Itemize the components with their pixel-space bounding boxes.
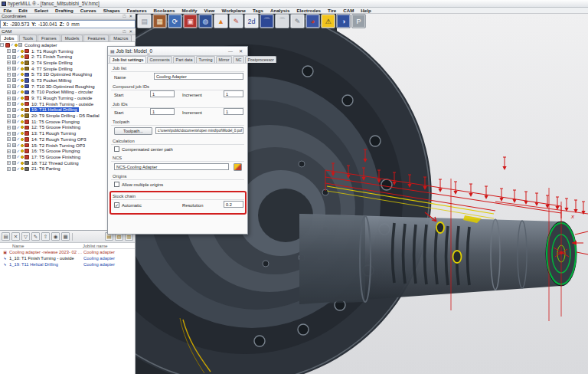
expand-icon[interactable]: + (7, 49, 11, 53)
sketch-2d-icon[interactable]: 2d (244, 14, 259, 28)
filter-icon[interactable]: ▽ (21, 232, 30, 241)
expand-icon[interactable]: + (7, 149, 11, 153)
new-document-icon[interactable]: ▤ (137, 14, 152, 28)
warning-icon[interactable]: ⚠ (321, 14, 335, 28)
job-label[interactable]: 8: T10 Pocket Milling - circular (30, 90, 94, 94)
visibility-bulb-icon[interactable] (21, 73, 24, 76)
close-icon[interactable]: ✕ (237, 48, 245, 54)
visibility-bulb-icon[interactable] (21, 108, 24, 111)
collapse-icon[interactable]: − (0, 43, 4, 47)
blue-arc-icon[interactable]: ⌒ (260, 14, 274, 28)
visibility-bulb-icon[interactable] (21, 90, 24, 94)
expand-icon[interactable]: + (7, 61, 11, 64)
automatic-checkbox[interactable]: ✓ (114, 202, 119, 208)
dialog-tab[interactable]: Turning (196, 56, 215, 63)
expand-icon[interactable]: + (7, 55, 11, 59)
job-label[interactable]: 17: T5 Groove Finishing (30, 155, 82, 159)
menu-item[interactable]: CAM (340, 8, 358, 13)
menu-item[interactable]: Electrodes (293, 8, 325, 13)
job-label[interactable]: 2: T1 Finish Turning (30, 54, 74, 59)
compensated-center-path-checkbox[interactable] (114, 146, 119, 152)
job-label[interactable]: 4: T7 Simple Drilling (30, 67, 74, 71)
edit-entry-icon[interactable]: ✎ (31, 232, 40, 241)
pin-icon[interactable]: ⏍ (121, 29, 127, 34)
cam-tab[interactable]: Models (61, 34, 83, 41)
job-label[interactable]: 14: T2 Rough Turning OP3 (30, 137, 88, 142)
job-label[interactable]: 20: T9 Simple Drilling - D5 Radial (30, 113, 101, 118)
visibility-bulb-icon[interactable] (21, 144, 24, 147)
toolpath-button[interactable]: Toolpath... (114, 127, 152, 135)
expand-icon[interactable]: + (7, 90, 11, 94)
visibility-bulb-icon[interactable] (21, 162, 24, 165)
coordinates-field[interactable]: X: -280.573 Y: -130.041 Z: 0 mm (0, 20, 136, 28)
expand-icon[interactable]: + (7, 120, 11, 123)
cam-tab[interactable]: Macros (109, 34, 132, 41)
job-label[interactable]: 6: T3 Pocket Milling (30, 78, 73, 83)
ncs-input[interactable]: NCS-Cooling Adapter (114, 163, 229, 170)
visibility-bulb-icon[interactable] (15, 44, 18, 47)
menu-item[interactable]: Drafting (52, 8, 77, 13)
visibility-bulb-icon[interactable] (21, 126, 24, 129)
job-tree-root-label[interactable]: Cooling adapter (23, 43, 58, 48)
shaded-sphere-icon[interactable]: ◕ (305, 14, 320, 28)
dialog-tab[interactable]: Mirror (216, 56, 232, 63)
grid-view-icon[interactable]: ▦ (61, 232, 70, 241)
job-label[interactable]: 18: T12 Thread Cutting (30, 161, 80, 166)
cam-tab[interactable]: Frames (38, 34, 60, 41)
name-input[interactable]: Cooling Adapter (154, 73, 243, 80)
dialog-tab[interactable]: Postprocessor (245, 56, 276, 63)
dialog-tab[interactable]: Part data (173, 56, 195, 63)
visibility-bulb-icon[interactable] (21, 114, 24, 117)
column-joblist-name[interactable]: Joblist name (83, 244, 135, 248)
column-name[interactable]: Name (0, 244, 83, 248)
job-label[interactable]: 9: T1 Rough Turning - outside (30, 96, 93, 100)
visibility-bulb-icon[interactable] (21, 85, 24, 88)
menu-item[interactable]: Help (358, 8, 374, 13)
visibility-bulb-icon[interactable] (21, 103, 24, 106)
dialog-tab[interactable]: Comments (147, 56, 172, 63)
visibility-bulb-icon[interactable] (21, 138, 24, 141)
menu-item[interactable]: Workplane (218, 8, 250, 13)
job-label[interactable]: 3: T4 Simple Drilling (30, 61, 74, 65)
expand-icon[interactable]: + (7, 84, 11, 88)
job-label[interactable]: 5: T3 3D Optimized Roughing (30, 72, 93, 77)
compound-increment-input[interactable]: 1 (224, 90, 243, 97)
expand-icon[interactable]: + (7, 67, 11, 71)
visibility-bulb-icon[interactable] (21, 149, 24, 153)
expand-icon[interactable]: + (7, 102, 11, 106)
1_19: T11 Helical Drilling[interactable]: ↳ 1_19: T11 Helical Drilling Cooling ada… (0, 261, 135, 267)
menu-item[interactable]: Tire (325, 8, 340, 13)
menu-item[interactable]: View (201, 8, 218, 13)
orange-marker-icon[interactable]: ▲ (214, 14, 228, 28)
job-label[interactable]: 12: T5 Groove Finishing (30, 125, 82, 130)
comment-icon[interactable]: P (351, 14, 366, 28)
red-pencil-icon[interactable]: ✎ (229, 14, 243, 28)
visibility-bulb-icon[interactable] (21, 120, 24, 123)
Cooling adapter -release 2023- 02 Milling ...[interactable]: ▣ Cooling adapter -release 2023- 02 Mill… (0, 249, 135, 255)
menu-item[interactable]: Features (123, 8, 150, 13)
export-entry-icon[interactable]: ⇧ (41, 232, 50, 241)
menu-item[interactable]: Tags (249, 8, 266, 13)
expand-icon[interactable]: + (7, 155, 11, 159)
close-icon[interactable]: ✕ (127, 29, 134, 34)
view-entry-icon[interactable]: ◉ (51, 232, 60, 241)
delete-entry-icon[interactable]: ✕ (11, 232, 20, 241)
visibility-bulb-icon[interactable] (21, 167, 24, 170)
menu-item[interactable]: File (0, 8, 15, 13)
tool-bucket-icon[interactable]: ▣ (183, 14, 198, 28)
menu-item[interactable]: Booleans (150, 8, 178, 13)
cam-tab[interactable]: Features (83, 34, 109, 41)
expand-icon[interactable]: + (7, 126, 11, 130)
minimize-icon[interactable]: — (226, 49, 235, 54)
close-icon[interactable]: ✕ (127, 14, 134, 18)
job-label[interactable]: 15: T2 Finish Turning OP3 (30, 143, 87, 148)
menu-item[interactable]: Shapes (100, 8, 123, 13)
expand-icon[interactable]: + (7, 108, 11, 112)
jobids-start-input[interactable]: 1 (150, 108, 175, 115)
expand-icon[interactable]: + (7, 114, 11, 118)
menu-item[interactable]: Curves (77, 8, 100, 13)
visibility-bulb-icon[interactable] (21, 156, 24, 159)
expand-icon[interactable]: + (7, 143, 11, 147)
jobids-increment-input[interactable]: 1 (224, 108, 243, 115)
allow-multiple-origins-checkbox[interactable] (114, 182, 119, 187)
